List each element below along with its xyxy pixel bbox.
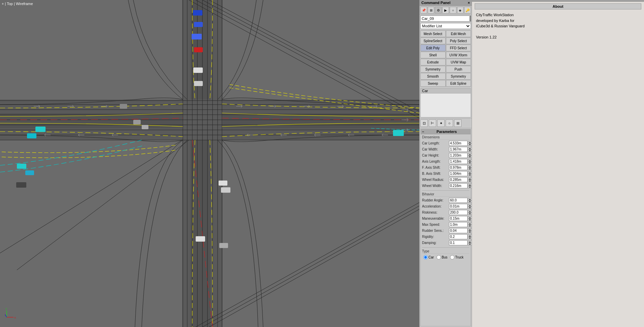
edit-mesh-btn[interactable]: Edit Mesh xyxy=(446,30,471,37)
car-height-up[interactable]: ▲ xyxy=(468,153,472,156)
svg-rect-70 xyxy=(393,130,404,136)
max-speed-input[interactable] xyxy=(449,222,468,227)
car-height-input[interactable] xyxy=(449,153,468,158)
acceleration-up[interactable]: ▲ xyxy=(468,204,472,207)
riskiness-up[interactable]: ▲ xyxy=(468,210,472,213)
b-axis-shift-up[interactable]: ▲ xyxy=(468,171,472,174)
max-speed-up[interactable]: ▲ xyxy=(468,222,472,225)
rigidity-row: Rigidity: ▲▼ xyxy=(422,234,469,240)
utilities-icon-btn[interactable]: 🔑 xyxy=(464,7,471,13)
bottom-icon-3[interactable]: ○ xyxy=(446,119,453,127)
car-width-up[interactable]: ▲ xyxy=(468,147,472,149)
motion-icon-btn[interactable]: ○ xyxy=(450,7,456,13)
sweep-btn[interactable]: Sweep xyxy=(420,80,446,87)
car-length-label: Car Length: xyxy=(422,141,449,145)
wheel-radius-down[interactable]: ▼ xyxy=(468,180,472,182)
f-axis-shift-up[interactable]: ▲ xyxy=(468,165,472,168)
bus-radio[interactable] xyxy=(437,255,441,260)
car-length-up[interactable]: ▲ xyxy=(468,141,472,143)
symmetry-btn2[interactable]: Symmetry xyxy=(446,73,471,80)
rudder-sens-input[interactable] xyxy=(449,228,468,233)
car-radio[interactable] xyxy=(423,255,428,260)
rigidity-input[interactable] xyxy=(449,234,468,239)
maneuverable-down[interactable]: ▼ xyxy=(468,219,472,221)
rudder-angle-up[interactable]: ▲ xyxy=(468,198,472,200)
acceleration-down[interactable]: ▼ xyxy=(468,207,472,209)
car-length-down[interactable]: ▼ xyxy=(468,143,472,146)
axis-length-input[interactable] xyxy=(449,159,468,164)
car-width-input[interactable] xyxy=(449,147,468,152)
symmetry-btn1[interactable]: Symmetry xyxy=(420,66,446,73)
object-color-swatch[interactable] xyxy=(470,16,471,22)
display-icon-btn[interactable]: ◈ xyxy=(457,7,464,13)
uvw-map-btn[interactable]: UVW Map xyxy=(446,59,471,65)
damping-input[interactable] xyxy=(449,240,468,245)
car-width-down[interactable]: ▼ xyxy=(468,149,472,152)
object-name-input[interactable]: Car_09 xyxy=(420,16,470,22)
truck-radio[interactable] xyxy=(450,255,454,260)
bottom-icon-4[interactable]: ⊞ xyxy=(454,119,461,127)
smooth-btn[interactable]: Smooth xyxy=(420,73,446,80)
edit-spline-btn[interactable]: Edit Spline xyxy=(446,80,471,87)
f-axis-shift-down[interactable]: ▼ xyxy=(468,168,472,170)
rudder-sens-label: Rudder Sens.: xyxy=(422,229,449,233)
extrude-btn[interactable]: Extrude xyxy=(420,59,446,65)
max-speed-down[interactable]: ▼ xyxy=(468,225,472,227)
f-axis-shift-input[interactable] xyxy=(449,165,468,170)
riskiness-input[interactable] xyxy=(449,210,468,215)
ffd-select-btn[interactable]: FFD Select xyxy=(446,45,471,51)
mesh-select-btn[interactable]: Mesh Select xyxy=(420,30,446,37)
maneuverable-up[interactable]: ▲ xyxy=(468,216,472,219)
svg-rect-52 xyxy=(193,10,202,16)
svg-rect-61 xyxy=(35,127,46,132)
modifier-list-dropdown[interactable]: Modifier List xyxy=(420,23,471,29)
about-section: About CityTraffic WorkStation developed … xyxy=(472,2,644,43)
hierarchy-icon-btn[interactable]: ▶ xyxy=(442,7,449,13)
wheel-width-input[interactable] xyxy=(449,183,468,188)
spline-select-btn[interactable]: SplineSelect xyxy=(420,37,446,44)
riskiness-row: Riskiness: ▲▼ xyxy=(422,210,469,215)
bottom-icon-1[interactable]: ⊢ xyxy=(429,119,436,127)
axis-length-down[interactable]: ▼ xyxy=(468,162,472,164)
car-radio-label[interactable]: Car xyxy=(423,255,434,260)
damping-down[interactable]: ▼ xyxy=(468,243,472,245)
wheel-radius-up[interactable]: ▲ xyxy=(468,178,472,180)
rudder-angle-input[interactable] xyxy=(449,198,468,203)
rudder-sens-down[interactable]: ▼ xyxy=(468,231,472,233)
params-separator-2 xyxy=(422,247,469,248)
edit-poly-btn[interactable]: Edit Poly xyxy=(420,45,446,51)
b-axis-shift-down[interactable]: ▼ xyxy=(468,174,472,176)
bus-radio-label[interactable]: Bus xyxy=(437,255,447,260)
riskiness-down[interactable]: ▼ xyxy=(468,213,472,215)
pin-icon-btn[interactable]: 📌 xyxy=(420,7,427,13)
create-icon-btn[interactable]: ⊞ xyxy=(428,7,435,13)
bottom-icon-0[interactable]: ⊡ xyxy=(420,119,428,127)
modify-icon-btn[interactable]: ⚙ xyxy=(435,7,442,13)
wheel-radius-label: Wheel Radius: xyxy=(422,178,449,182)
rudder-angle-down[interactable]: ▼ xyxy=(468,200,472,203)
wheel-width-up[interactable]: ▲ xyxy=(468,184,472,186)
car-height-down[interactable]: ▼ xyxy=(468,156,472,158)
maneuverable-input[interactable] xyxy=(449,216,468,221)
bottom-icon-2[interactable]: ✦ xyxy=(437,119,445,127)
wheel-width-down[interactable]: ▼ xyxy=(468,186,472,188)
acceleration-input[interactable] xyxy=(449,204,468,209)
damping-up[interactable]: ▲ xyxy=(468,241,472,243)
wheel-radius-input[interactable] xyxy=(449,177,468,182)
rudder-sens-up[interactable]: ▲ xyxy=(468,228,472,231)
b-axis-shift-input[interactable] xyxy=(449,171,468,176)
svg-rect-55 xyxy=(194,47,203,52)
truck-radio-label[interactable]: Truck xyxy=(450,255,464,260)
riskiness-label: Riskiness: xyxy=(422,211,449,214)
shell-btn[interactable]: Shell xyxy=(420,52,446,58)
uvw-xform-btn[interactable]: UVW Xform xyxy=(446,52,471,58)
type-group-title: Type xyxy=(422,249,469,254)
rigidity-up[interactable]: ▲ xyxy=(468,235,472,237)
axis-length-up[interactable]: ▲ xyxy=(468,159,472,162)
poly-select-btn[interactable]: Poly Select xyxy=(446,37,471,44)
params-collapse-btn[interactable]: – xyxy=(422,130,424,134)
panel-close-btn[interactable]: × xyxy=(468,1,470,5)
push-btn[interactable]: Push xyxy=(446,66,471,73)
car-length-input[interactable] xyxy=(449,141,468,146)
rigidity-down[interactable]: ▼ xyxy=(468,237,472,239)
